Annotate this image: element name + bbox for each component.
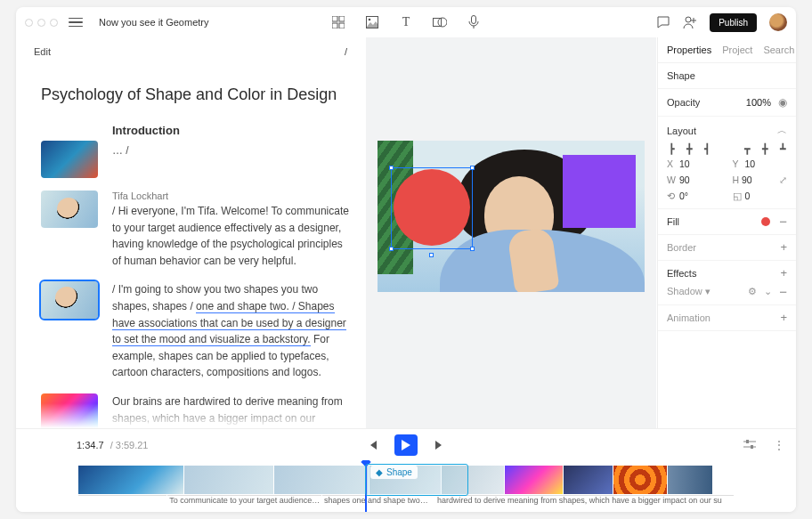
align-center-h-icon[interactable]: ╋ — [685, 144, 694, 153]
timeline-clip-7[interactable] — [613, 466, 667, 494]
timeline-clip-1[interactable] — [184, 466, 273, 494]
add-border-icon[interactable]: + — [780, 243, 787, 252]
resize-handle-ne[interactable] — [470, 166, 475, 170]
shape-tag-icon: ◆ — [376, 467, 383, 477]
align-bottom-icon[interactable]: ┻ — [778, 144, 787, 153]
section-heading-intro[interactable]: Introduction — [112, 124, 351, 137]
shadow-toggle-icon[interactable]: ⌄ — [764, 286, 772, 297]
tab-search[interactable]: Search — [763, 45, 794, 55]
svg-rect-0 — [332, 16, 337, 21]
timeline-clip-8[interactable] — [668, 466, 712, 494]
publish-button[interactable]: Publish — [710, 13, 757, 32]
user-avatar[interactable] — [769, 13, 787, 31]
breadcrumb-edit[interactable]: Edit — [34, 46, 51, 57]
paragraph-3[interactable]: Our brains are hardwired to derive meani… — [112, 393, 351, 426]
text-icon[interactable]: T — [399, 15, 413, 29]
remove-fill-icon[interactable]: − — [779, 218, 787, 225]
clip-thumb-3[interactable] — [41, 393, 98, 428]
rotate-handle[interactable] — [429, 253, 434, 257]
main-row: Edit / Psychology of Shape and Color in … — [16, 37, 796, 428]
mic-icon[interactable] — [467, 15, 481, 29]
timeline-clip-6[interactable] — [564, 466, 613, 494]
fill-label: Fill — [667, 216, 679, 227]
selection-outline — [391, 167, 473, 249]
caption-strip: To communicate to your target audience… … — [78, 495, 734, 506]
timeline-clip-5[interactable] — [505, 466, 563, 494]
max-dot[interactable] — [50, 19, 58, 27]
image-icon[interactable] — [365, 15, 379, 29]
playhead[interactable] — [365, 460, 367, 512]
w-field[interactable]: W90 — [667, 174, 722, 185]
timeline-settings-icon[interactable] — [743, 439, 756, 451]
document-title[interactable]: Now you see it Geometry — [99, 17, 209, 28]
collapse-layout-icon[interactable]: ︿ — [777, 124, 787, 137]
svg-rect-8 — [472, 16, 476, 24]
breadcrumb-slash: / — [345, 46, 347, 57]
timeline-clip-0[interactable] — [78, 466, 183, 494]
align-top-icon[interactable]: ┳ — [743, 144, 751, 153]
fill-swatch[interactable] — [761, 217, 770, 226]
svg-rect-6 — [434, 19, 442, 27]
cap-0 — [78, 495, 166, 506]
radius-field[interactable]: ◱0 — [733, 191, 788, 201]
more-icon[interactable]: ⋮ — [774, 439, 784, 451]
time-duration: 3:59.21 — [116, 440, 149, 450]
add-person-icon[interactable] — [683, 15, 697, 29]
window-traffic-lights — [25, 19, 58, 27]
clip-thumb-1[interactable] — [41, 191, 98, 228]
page-title[interactable]: Psychology of Shape and Color in Design — [16, 66, 365, 117]
align-left-icon[interactable]: ┣ — [667, 144, 676, 153]
visibility-icon[interactable]: ◉ — [778, 96, 787, 109]
add-effect-icon[interactable]: + — [780, 269, 787, 278]
cap-2: shapes one and shape two… — [322, 495, 434, 506]
opacity-value[interactable]: 100% — [746, 97, 771, 108]
script-block-0: … / — [41, 141, 351, 178]
section-fill: Fill − — [658, 209, 796, 235]
shadow-label[interactable]: Shadow ▾ — [667, 286, 710, 297]
grid-icon[interactable] — [331, 15, 345, 29]
menu-button[interactable] — [69, 15, 83, 29]
resize-handle-sw[interactable] — [389, 247, 394, 251]
section-effects: Effects + Shadow ▾ ⚙ ⌄ − — [658, 261, 796, 305]
tab-properties[interactable]: Properties — [667, 45, 711, 55]
play-controls — [366, 434, 446, 456]
remove-shadow-icon[interactable]: − — [779, 288, 787, 296]
canvas[interactable] — [378, 141, 645, 292]
comment-icon[interactable] — [656, 15, 670, 29]
paragraph-1[interactable]: / Hi everyone, I'm Tifa. Welcome! To com… — [112, 203, 351, 269]
align-right-icon[interactable]: ┫ — [702, 144, 711, 153]
min-dot[interactable] — [37, 19, 45, 27]
timeline-clip-2[interactable] — [274, 466, 369, 494]
shape-square[interactable] — [563, 155, 636, 228]
animation-label: Animation — [667, 312, 710, 323]
section-opacity: Opacity 100% ◉ — [658, 89, 796, 117]
skip-forward-icon[interactable] — [434, 439, 446, 451]
timeline-clip-4[interactable] — [442, 466, 504, 494]
section-border: Border + — [658, 235, 796, 261]
timeline[interactable]: To communicate to your target audience… … — [16, 460, 796, 512]
shape-label: Shape — [667, 70, 787, 81]
shadow-settings-icon[interactable]: ⚙ — [748, 286, 757, 297]
script-area[interactable]: Introduction … / Tifa Lockhart / Hi ever… — [16, 117, 365, 428]
close-dot[interactable] — [25, 19, 33, 27]
clip-thumb-2-selected[interactable] — [41, 281, 98, 319]
play-button[interactable] — [394, 434, 418, 456]
shape-icon[interactable] — [433, 15, 447, 29]
rotation-field[interactable]: ⟲0° — [667, 191, 722, 201]
align-center-v-icon[interactable]: ╋ — [760, 144, 769, 153]
skip-back-icon[interactable] — [366, 439, 378, 451]
paragraph-2[interactable]: / I'm going to show you two shapes you t… — [112, 281, 351, 381]
x-field[interactable]: X10 — [667, 158, 722, 169]
resize-handle-se[interactable] — [470, 247, 475, 251]
clip-thumb-0[interactable] — [41, 141, 98, 178]
resize-handle-nw[interactable] — [389, 166, 394, 170]
layout-label: Layout — [667, 126, 696, 136]
effects-label: Effects — [667, 268, 696, 279]
section-shape: Shape — [658, 63, 796, 89]
link-wh-icon[interactable]: ⤢ — [779, 174, 787, 185]
y-field[interactable]: Y10 — [733, 158, 788, 169]
section-animation: Animation + — [658, 305, 796, 331]
h-field[interactable]: H 90⤢ — [733, 174, 788, 185]
add-animation-icon[interactable]: + — [780, 313, 787, 322]
tab-project[interactable]: Project — [722, 45, 752, 55]
